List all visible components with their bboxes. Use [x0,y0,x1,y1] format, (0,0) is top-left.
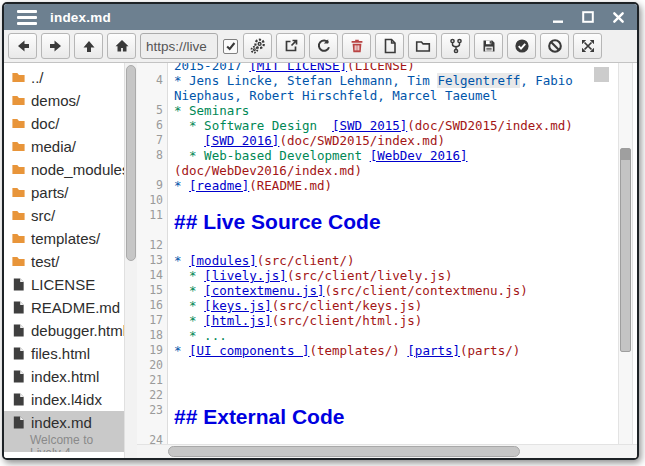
menu-icon[interactable] [17,10,37,25]
versions-button[interactable] [441,33,470,59]
file-icon [382,38,398,54]
folder-icon [11,93,26,108]
refresh-button[interactable] [309,33,338,59]
refresh-icon [316,38,332,54]
editor-line[interactable]: (doc/WebDev2016/index.md) [137,163,622,178]
external-link-button[interactable] [276,33,305,59]
fullscreen-button[interactable] [573,33,602,59]
editor-line[interactable]: 22 [137,388,622,403]
sidebar-scrollbar[interactable] [124,63,137,458]
back-button[interactable] [8,33,37,59]
editor-line[interactable]: 18 * ... [137,328,622,343]
sidebar-item-README.md[interactable]: README.md [4,296,124,319]
folder-icon [11,162,26,177]
editor-line[interactable]: 6 * Software Design [SWD 2015](doc/SWD20… [137,118,622,133]
sidebar-item-files.html[interactable]: files.html [4,342,124,365]
line-number: 9 [137,178,163,193]
accept-button[interactable] [507,33,536,59]
forward-button[interactable] [41,33,70,59]
editor-line[interactable]: 11## Live Source Code [137,208,622,238]
app-window: index.md ../demos/doc/media/node_modules… [2,2,639,460]
sidebar-item-doc[interactable]: doc/ [4,112,124,135]
sidebar-item-test[interactable]: test/ [4,250,124,273]
editor-line[interactable]: 20 [137,358,622,373]
file-list: ../demos/doc/media/node_modules/parts/sr… [4,66,124,452]
sidebar-item-parts[interactable]: parts/ [4,181,124,204]
editor-horizontal-scrollbar-thumb[interactable] [168,446,520,457]
sidebar-item-..[interactable]: ../ [4,66,124,89]
editor-vertical-scrollbar-thumb[interactable] [620,148,631,352]
line-number: 17 [137,313,163,328]
url-input[interactable] [140,33,218,59]
close-button[interactable] [611,10,625,24]
line-text: * [modules](src/client/) [163,253,355,268]
editor-line[interactable]: 5* Seminars [137,103,622,118]
line-number: 7 [137,133,163,148]
editor-line[interactable]: 17 * [html.js](src/client/html.js) [137,313,622,328]
new-folder-button[interactable] [408,33,437,59]
delete-button[interactable] [342,33,371,59]
sidebar-item-templates[interactable]: templates/ [4,227,124,250]
editor-vertical-scrollbar[interactable] [618,63,633,444]
editor-line[interactable]: 15 * [contextmenu.js](src/client/context… [137,283,622,298]
sidebar-item-debugger.html[interactable]: debugger.html [4,319,124,342]
editor-line[interactable]: 21 [137,373,622,388]
editor-line[interactable]: 16 * [keys.js](src/client/keys.js) [137,298,622,313]
sidebar-item-nodemodules[interactable]: node_modules/ [4,158,124,181]
line-number: 22 [137,388,163,403]
minimize-icon [551,10,565,24]
ban-icon [547,38,563,54]
trash-icon [349,38,365,54]
minimize-button[interactable] [551,10,565,24]
editor-content[interactable]: 2015-2017 [MIT LICENSE](LICENSE)4* Jens … [137,63,622,458]
maximize-button[interactable] [581,10,595,24]
editor-line[interactable]: 4* Jens Lincke, Stefan Lehmann, Tim Felg… [137,73,622,88]
line-number: 8 [137,148,163,163]
editor-line[interactable]: 10 [137,193,622,208]
file-icon [11,392,26,407]
up-button[interactable] [74,33,103,59]
line-text: (doc/WebDev2016/index.md) [163,163,362,178]
sidebar-scrollbar-thumb[interactable] [126,65,136,261]
save-button[interactable] [474,33,503,59]
line-text: * Jens Lincke, Stefan Lehmann, Tim Felge… [163,73,573,88]
line-text: ## Live Source Code [163,208,381,236]
new-file-button[interactable] [375,33,404,59]
check-circle-icon [514,38,530,54]
file-label: ../ [31,69,44,86]
sidebar-item-src[interactable]: src/ [4,204,124,227]
line-text: * ... [163,328,227,343]
editor-line[interactable]: 12 [137,238,622,253]
window-title: index.md [50,10,111,25]
editor-line[interactable]: 19* [UI components ](templates/) [parts]… [137,343,622,358]
sidebar-item-index.l4idx[interactable]: index.l4idx [4,388,124,411]
editor-line[interactable]: 13* [modules](src/client/) [137,253,622,268]
line-text: * [keys.js](src/client/keys.js) [163,298,422,313]
settings-button[interactable] [243,33,272,59]
url-checkbox[interactable] [223,39,238,54]
file-label: media/ [31,138,76,155]
editor-line[interactable]: 2015-2017 [MIT LICENSE](LICENSE) [137,63,622,73]
check-icon [225,40,237,52]
editor-line[interactable]: Niephaus, Robert Hirschfeld, Marcel Taeu… [137,88,622,103]
file-icon [11,300,26,315]
editor-line[interactable]: 14 * [lively.js](src/client/lively.js) [137,268,622,283]
arrow-up-icon [81,38,97,54]
editor-line[interactable]: 9* [readme](README.md) [137,178,622,193]
editor-horizontal-scrollbar[interactable] [137,444,637,458]
sidebar-item-media[interactable]: media/ [4,135,124,158]
home-button[interactable] [107,33,136,59]
cancel-button[interactable] [540,33,569,59]
file-label: templates/ [31,230,100,247]
sidebar-item-LICENSE[interactable]: LICENSE [4,273,124,296]
home-icon [114,38,130,54]
editor-line[interactable]: 8 * Web-based Development [WebDev 2016] [137,148,622,163]
markdown-editor[interactable]: 2015-2017 [MIT LICENSE](LICENSE)4* Jens … [137,63,637,458]
sidebar-item-index.html[interactable]: index.html [4,365,124,388]
sidebar-item-index.md[interactable]: index.md [4,411,124,434]
line-text: [SWD 2016](doc/SWD2015/index.md) [163,133,445,148]
editor-line[interactable]: 7 [SWD 2016](doc/SWD2015/index.md) [137,133,622,148]
sidebar-item-demos[interactable]: demos/ [4,89,124,112]
editor-line[interactable]: 23## External Code [137,403,622,433]
line-text: * Software Design [SWD 2015](doc/SWD2015… [163,118,573,133]
